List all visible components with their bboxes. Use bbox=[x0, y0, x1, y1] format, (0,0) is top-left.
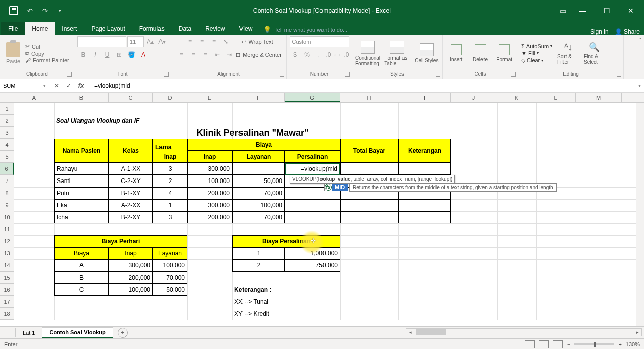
spreadsheet-grid[interactable]: ABCDEFGHIJKLM 12345678910111213141516171… bbox=[0, 93, 644, 326]
cell[interactable]: Inap bbox=[187, 151, 232, 163]
cell[interactable] bbox=[285, 199, 340, 211]
scroll-left-icon[interactable]: ◂ bbox=[406, 330, 414, 335]
cell[interactable]: B bbox=[54, 272, 109, 284]
cell[interactable]: C bbox=[54, 284, 109, 296]
cell[interactable]: Rahayu bbox=[54, 163, 109, 175]
row-header-4[interactable]: 4 bbox=[0, 139, 14, 151]
cell[interactable] bbox=[232, 163, 285, 175]
conditional-formatting-button[interactable]: Conditional Formatting bbox=[355, 41, 380, 66]
delete-cells-button[interactable]: Delete bbox=[470, 44, 491, 62]
cell[interactable]: Soal Ulangan Vlookup dan IF bbox=[54, 115, 187, 127]
number-format-dropdown[interactable]: Custom bbox=[290, 36, 349, 47]
cell[interactable]: 1,000,000 bbox=[285, 247, 340, 259]
copy-button[interactable]: ⧉Copy bbox=[25, 50, 69, 57]
cell[interactable]: B-2-XY bbox=[109, 211, 153, 223]
cell[interactable]: 750,000 bbox=[285, 259, 340, 272]
align-left-icon[interactable]: ≡ bbox=[176, 49, 187, 60]
cell[interactable]: 300,000 bbox=[187, 199, 232, 211]
cell[interactable]: 70,000 bbox=[232, 211, 285, 223]
format-as-table-button[interactable]: Format as Table bbox=[384, 41, 410, 66]
row-header-15[interactable]: 15 bbox=[0, 272, 14, 284]
comma-format-icon[interactable]: , bbox=[314, 49, 325, 60]
font-size-dropdown[interactable]: 11 bbox=[127, 36, 144, 47]
cell[interactable] bbox=[340, 163, 398, 175]
column-header-J[interactable]: J bbox=[451, 93, 497, 102]
row-header-11[interactable]: 11 bbox=[0, 223, 14, 235]
cell[interactable]: 1 bbox=[153, 199, 187, 211]
horizontal-scrollbar[interactable]: ◂ ▸ bbox=[406, 328, 642, 336]
cell[interactable]: A-1-XX bbox=[109, 163, 153, 175]
cell[interactable]: C-2-XY bbox=[109, 175, 153, 187]
column-header-E[interactable]: E bbox=[187, 93, 232, 102]
decrease-indent-icon[interactable]: ⇤ bbox=[212, 49, 223, 60]
sign-in-link[interactable]: Sign in bbox=[590, 28, 609, 35]
underline-button[interactable]: U bbox=[102, 49, 113, 60]
maximize-button[interactable]: ☐ bbox=[597, 3, 617, 18]
cell[interactable]: Biaya bbox=[187, 139, 340, 151]
select-all-button[interactable] bbox=[0, 93, 14, 102]
merge-center-button[interactable]: ⊟Merge & Center bbox=[236, 49, 282, 60]
cell[interactable]: Keterangan bbox=[398, 139, 451, 163]
collapse-ribbon-icon[interactable]: ˄ bbox=[639, 37, 642, 44]
align-bottom-icon[interactable]: ≡ bbox=[208, 36, 219, 47]
cell[interactable]: 200,000 bbox=[187, 187, 232, 199]
cell[interactable]: Kelas bbox=[109, 139, 153, 163]
tab-view[interactable]: View bbox=[232, 22, 260, 35]
cells-area[interactable]: Soal Ulangan Vlookup dan IFKlinik Persal… bbox=[14, 103, 644, 320]
increase-decimal-icon[interactable]: .0→ bbox=[326, 49, 337, 60]
column-header-M[interactable]: M bbox=[576, 93, 622, 102]
bold-button[interactable]: B bbox=[77, 49, 89, 60]
cell[interactable]: 200,000 bbox=[187, 211, 232, 223]
sheet-tab-lat1[interactable]: Lat 1 bbox=[15, 328, 42, 337]
cell[interactable] bbox=[398, 199, 451, 211]
zoom-level[interactable]: 130% bbox=[626, 341, 640, 347]
redo-icon[interactable]: ↷ bbox=[39, 5, 50, 16]
font-color-button[interactable]: A bbox=[138, 49, 149, 60]
column-header-K[interactable]: K bbox=[497, 93, 536, 102]
cell[interactable]: Santi bbox=[54, 175, 109, 187]
autosum-button[interactable]: ΣAutoSum▾ bbox=[521, 43, 552, 49]
cell[interactable]: B-1-XY bbox=[109, 187, 153, 199]
increase-font-icon[interactable]: A▴ bbox=[145, 36, 155, 47]
row-header-3[interactable]: 3 bbox=[0, 127, 14, 139]
tab-home[interactable]: Home bbox=[25, 22, 55, 35]
wrap-text-button[interactable]: ↩Wrap Text bbox=[242, 36, 273, 47]
row-header-9[interactable]: 9 bbox=[0, 199, 14, 211]
formula-input[interactable]: =vlookup(mid bbox=[90, 79, 635, 92]
cell[interactable]: 100,000 bbox=[232, 199, 285, 211]
borders-button[interactable]: ⊞ bbox=[114, 49, 125, 60]
column-header-D[interactable]: D bbox=[153, 93, 187, 102]
save-icon[interactable] bbox=[9, 6, 18, 15]
close-button[interactable]: ✕ bbox=[621, 3, 641, 18]
align-middle-icon[interactable]: ≡ bbox=[196, 36, 207, 47]
paste-button[interactable]: Paste bbox=[3, 42, 23, 64]
expand-formula-bar-icon[interactable]: ▾ bbox=[635, 83, 644, 88]
cell[interactable]: Inap bbox=[153, 151, 187, 163]
row-header-2[interactable]: 2 bbox=[0, 115, 14, 127]
insert-cells-button[interactable]: Insert bbox=[446, 44, 467, 62]
cell[interactable]: Layanan bbox=[232, 151, 285, 163]
column-header-H[interactable]: H bbox=[340, 93, 398, 102]
zoom-out-button[interactable]: − bbox=[567, 341, 570, 347]
cancel-formula-icon[interactable]: ✕ bbox=[52, 82, 61, 89]
cell[interactable]: Persalinan bbox=[285, 151, 340, 163]
cell[interactable]: XX --> Tunai bbox=[232, 296, 340, 308]
cell[interactable]: Biaya Persalinan bbox=[232, 235, 340, 247]
align-right-icon[interactable]: ≡ bbox=[200, 49, 211, 60]
row-header-1[interactable]: 1 bbox=[0, 103, 14, 115]
row-header-17[interactable]: 17 bbox=[0, 296, 14, 308]
cell[interactable]: 100,000 bbox=[109, 284, 153, 296]
row-header-6[interactable]: 6 bbox=[0, 163, 14, 175]
tab-page-layout[interactable]: Page Layout bbox=[84, 22, 132, 35]
find-select-button[interactable]: 🔍Find & Select bbox=[584, 42, 605, 65]
tab-file[interactable]: File bbox=[1, 22, 25, 35]
scroll-thumb[interactable] bbox=[416, 329, 446, 335]
page-layout-view-icon[interactable] bbox=[539, 340, 549, 348]
cell[interactable]: Nama Pasien bbox=[54, 139, 109, 163]
enter-formula-icon[interactable]: ✓ bbox=[64, 82, 73, 89]
row-header-12[interactable]: 12 bbox=[0, 235, 14, 247]
cell[interactable] bbox=[398, 211, 451, 223]
cell[interactable]: 50,000 bbox=[232, 175, 285, 187]
undo-icon[interactable]: ↶ bbox=[24, 5, 35, 16]
cell[interactable]: Icha bbox=[54, 211, 109, 223]
